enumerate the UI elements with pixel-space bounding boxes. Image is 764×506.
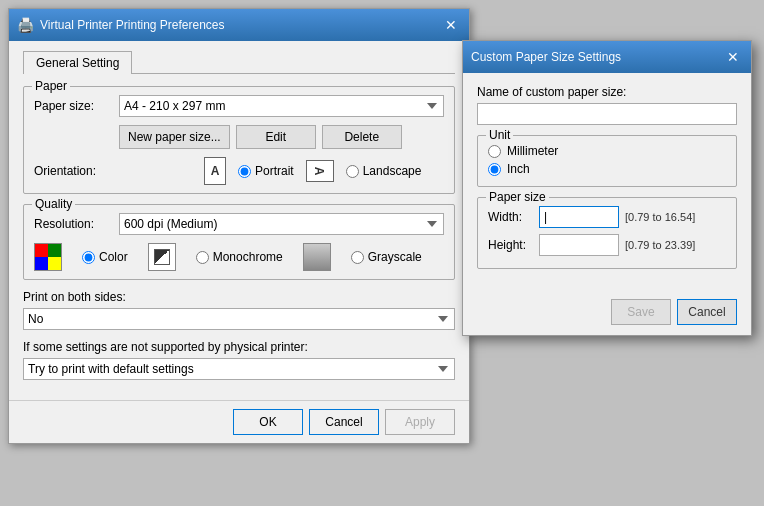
delete-button[interactable]: Delete [322, 125, 402, 149]
landscape-label: Landscape [363, 164, 422, 178]
custom-dialog-title: Custom Paper Size Settings [471, 50, 621, 64]
grayscale-label: Grayscale [368, 250, 422, 264]
color-radio[interactable] [82, 251, 95, 264]
print-both-sides-section: Print on both sides: No [23, 290, 455, 330]
unit-group-label: Unit [486, 128, 513, 142]
if-not-supported-section: If some settings are not supported by ph… [23, 340, 455, 380]
print-both-sides-select[interactable]: No [23, 308, 455, 330]
paper-group: Paper Paper size: A4 - 210 x 297 mm New … [23, 86, 455, 194]
tab-general-setting[interactable]: General Setting [23, 51, 132, 74]
name-input[interactable] [477, 103, 737, 125]
unit-group: Unit Millimeter Inch [477, 135, 737, 187]
apply-button[interactable]: Apply [385, 409, 455, 435]
edit-button[interactable]: Edit [236, 125, 316, 149]
custom-dialog-close-button[interactable]: ✕ [723, 47, 743, 67]
quality-group: Quality Resolution: 600 dpi (Medium) Col… [23, 204, 455, 280]
main-dialog-title: Virtual Printer Printing Preferences [40, 18, 225, 32]
resolution-row: Resolution: 600 dpi (Medium) [34, 213, 444, 235]
portrait-label: Portrait [255, 164, 294, 178]
millimeter-radio[interactable] [488, 145, 501, 158]
color-icon [34, 243, 62, 271]
if-not-supported-select[interactable]: Try to print with default settings [23, 358, 455, 380]
cancel-button[interactable]: Cancel [309, 409, 379, 435]
width-input[interactable] [539, 206, 619, 228]
landscape-radio[interactable] [346, 165, 359, 178]
main-dialog-content: General Setting Paper Paper size: A4 - 2… [9, 41, 469, 400]
inch-radio[interactable] [488, 163, 501, 176]
custom-paper-size-dialog: Custom Paper Size Settings ✕ Name of cus… [462, 40, 752, 336]
new-paper-size-button[interactable]: New paper size... [119, 125, 230, 149]
resolution-label: Resolution: [34, 217, 119, 231]
paper-size-group: Paper size Width: [0.79 to 16.54] Height… [477, 197, 737, 269]
printer-icon: 🖨️ [17, 17, 34, 33]
quality-group-label: Quality [32, 197, 75, 211]
custom-dialog-content: Name of custom paper size: Unit Millimet… [463, 73, 751, 291]
height-range: [0.79 to 23.39] [625, 239, 695, 251]
height-row: Height: [0.79 to 23.39] [488, 234, 726, 256]
resolution-select[interactable]: 600 dpi (Medium) [119, 213, 444, 235]
grayscale-radio[interactable] [351, 251, 364, 264]
width-label: Width: [488, 210, 533, 224]
paper-size-select[interactable]: A4 - 210 x 297 mm [119, 95, 444, 117]
print-both-sides-label: Print on both sides: [23, 290, 455, 304]
portrait-radio[interactable] [238, 165, 251, 178]
main-dialog: 🖨️ Virtual Printer Printing Preferences … [8, 8, 470, 444]
main-dialog-titlebar: 🖨️ Virtual Printer Printing Preferences … [9, 9, 469, 41]
color-label: Color [99, 250, 128, 264]
custom-dialog-titlebar: Custom Paper Size Settings ✕ [463, 41, 751, 73]
height-input[interactable] [539, 234, 619, 256]
mono-icon [148, 243, 176, 271]
inch-label: Inch [507, 162, 530, 176]
ok-button[interactable]: OK [233, 409, 303, 435]
millimeter-label: Millimeter [507, 144, 558, 158]
custom-cancel-button[interactable]: Cancel [677, 299, 737, 325]
landscape-icon: A [306, 160, 334, 182]
width-range: [0.79 to 16.54] [625, 211, 695, 223]
main-dialog-close-button[interactable]: ✕ [441, 15, 461, 35]
portrait-icon: A [204, 157, 226, 185]
paper-size-group-label: Paper size [486, 190, 549, 204]
custom-dialog-footer: Save Cancel [463, 291, 751, 335]
monochrome-label: Monochrome [213, 250, 283, 264]
grayscale-icon [303, 243, 331, 271]
paper-buttons-row: New paper size... Edit Delete [34, 125, 444, 149]
save-button[interactable]: Save [611, 299, 671, 325]
width-row: Width: [0.79 to 16.54] [488, 206, 726, 228]
name-label: Name of custom paper size: [477, 85, 737, 99]
orientation-row: Orientation: A Portrait A Landscape [34, 157, 444, 185]
monochrome-radio[interactable] [196, 251, 209, 264]
height-label: Height: [488, 238, 533, 252]
paper-group-label: Paper [32, 79, 70, 93]
if-not-supported-label: If some settings are not supported by ph… [23, 340, 455, 354]
tab-bar: General Setting [23, 51, 455, 74]
color-options-row: Color Monochrome Grayscale [34, 243, 444, 271]
orientation-label: Orientation: [34, 164, 119, 178]
paper-size-row: Paper size: A4 - 210 x 297 mm [34, 95, 444, 117]
main-dialog-footer: OK Cancel Apply [9, 400, 469, 443]
paper-size-label: Paper size: [34, 99, 119, 113]
